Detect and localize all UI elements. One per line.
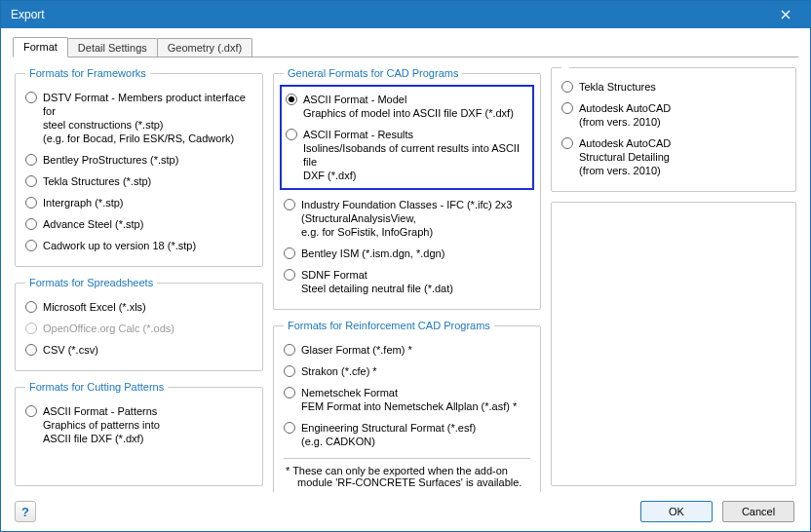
radio-icon xyxy=(25,154,37,166)
label: (from vers. 2010) xyxy=(579,164,671,177)
option-nemetschek[interactable]: Nemetschek Format FEM Format into Nemets… xyxy=(284,382,530,417)
label: Intergraph (*.stp) xyxy=(43,196,124,209)
group-direct-exports: Tekla Structures Autodesk AutoCAD (from … xyxy=(551,67,796,192)
note-line: module 'RF-CONCRETE Surfaces' is availab… xyxy=(286,476,521,488)
label: FEM Format into Nemetschek Allplan (*.as… xyxy=(301,399,517,413)
label: (e.g. CADKON) xyxy=(301,435,476,448)
option-esf[interactable]: Engineering Structural Format (*.esf) (e… xyxy=(284,417,530,452)
radio-icon xyxy=(25,405,37,417)
option-ifc[interactable]: Industry Foundation Classes - IFC (*.ifc… xyxy=(284,194,530,243)
label: Autodesk AutoCAD xyxy=(579,136,671,150)
legend-reinforcement: Formats for Reinforcement CAD Programs xyxy=(284,320,494,331)
label: Tekla Structures (*.stp) xyxy=(43,174,151,188)
option-tekla-stp[interactable]: Tekla Structures (*.stp) xyxy=(25,171,252,192)
label: Bentley ISM (*.ism.dgn, *.dgn) xyxy=(301,247,444,260)
radio-icon xyxy=(561,137,573,149)
label: ASCII Format - Patterns xyxy=(43,404,160,418)
label: ASCII file DXF (*.dxf) xyxy=(43,432,160,445)
radio-icon xyxy=(25,92,37,103)
radio-icon xyxy=(284,365,295,377)
radio-icon xyxy=(25,197,37,209)
option-autocad-structural[interactable]: Autodesk AutoCAD Structural Detailing (f… xyxy=(561,133,786,181)
radio-icon xyxy=(25,218,37,230)
option-strakon[interactable]: Strakon (*.cfe) * xyxy=(284,361,530,382)
group-reinforcement-cad: Formats for Reinforcement CAD Programs G… xyxy=(273,320,541,492)
label: Bentley ProStructures (*.stp) xyxy=(43,153,178,167)
legend-cutting: Formats for Cutting Patterns xyxy=(25,381,168,393)
radio-icon xyxy=(25,323,37,334)
option-glaser[interactable]: Glaser Format (*.fem) * xyxy=(284,339,530,361)
radio-icon xyxy=(284,269,295,281)
option-ascii-patterns[interactable]: ASCII Format - Patterns Graphics of patt… xyxy=(25,400,252,449)
label: DXF (*.dxf) xyxy=(303,169,528,182)
label: Graphics of patterns into xyxy=(43,418,160,432)
label: CSV (*.csv) xyxy=(43,343,98,357)
option-dstv[interactable]: DSTV Format - Members product interface … xyxy=(25,87,252,149)
label: (from vers. 2010) xyxy=(579,115,671,129)
option-bentley-prostructures[interactable]: Bentley ProStructures (*.stp) xyxy=(25,149,252,171)
option-bentley-ism[interactable]: Bentley ISM (*.ism.dgn, *.dgn) xyxy=(284,243,530,264)
option-excel[interactable]: Microsoft Excel (*.xls) xyxy=(25,296,252,318)
close-icon xyxy=(781,10,791,19)
label: Industry Foundation Classes - IFC (*.ifc… xyxy=(301,198,512,211)
label: Tekla Structures xyxy=(579,80,656,94)
option-advance-steel[interactable]: Advance Steel (*.stp) xyxy=(25,213,252,235)
label: (StructuralAnalysisView, xyxy=(301,211,512,225)
option-intergraph[interactable]: Intergraph (*.stp) xyxy=(25,192,252,213)
label: OK xyxy=(669,506,684,517)
reinforcement-note: * These can only be exported when the ad… xyxy=(284,458,530,488)
radio-icon xyxy=(284,247,295,259)
option-csv[interactable]: CSV (*.csv) xyxy=(25,339,252,361)
radio-icon xyxy=(284,387,295,399)
option-ascii-model[interactable]: ASCII Format - Model Graphics of model i… xyxy=(286,89,528,124)
radio-icon xyxy=(25,344,37,356)
label: Engineering Structural Format (*.esf) xyxy=(301,421,476,435)
option-sdnf[interactable]: SDNF Format Steel detailing neutral file… xyxy=(284,264,530,299)
label: ASCII Format - Results xyxy=(303,128,528,141)
radio-icon xyxy=(286,94,297,105)
empty-panel xyxy=(551,202,796,486)
left-column: Formats for Frameworks DSTV Format - Mem… xyxy=(15,67,263,486)
close-button[interactable] xyxy=(767,4,804,25)
cancel-button[interactable]: Cancel xyxy=(722,501,794,522)
legend-spreadsheets: Formats for Spreadsheets xyxy=(25,277,157,288)
ok-button[interactable]: OK xyxy=(640,501,713,522)
footer: ? OK Cancel xyxy=(1,492,810,531)
group-frameworks: Formats for Frameworks DSTV Format - Mem… xyxy=(15,67,263,267)
option-autocad[interactable]: Autodesk AutoCAD (from vers. 2010) xyxy=(561,97,786,133)
label: Microsoft Excel (*.xls) xyxy=(43,300,146,314)
help-button[interactable]: ? xyxy=(15,501,36,522)
label: Strakon (*.cfe) * xyxy=(301,364,377,378)
tab-format[interactable]: Format xyxy=(13,37,68,57)
label: Structural Detailing xyxy=(579,150,671,164)
label: DSTV Format - Members product interface … xyxy=(43,91,252,118)
option-tekla-direct[interactable]: Tekla Structures xyxy=(561,76,786,97)
right-column: Tekla Structures Autodesk AutoCAD (from … xyxy=(551,67,796,486)
label: Nemetschek Format xyxy=(301,386,517,399)
label: SDNF Format xyxy=(301,268,453,282)
radio-icon xyxy=(561,81,573,93)
tab-detail-settings[interactable]: Detail Settings xyxy=(67,38,158,57)
radio-icon xyxy=(25,301,37,313)
middle-column: General Formats for CAD Programs ASCII F… xyxy=(273,67,541,486)
note-line: * These can only be exported when the ad… xyxy=(286,465,508,476)
label: (e.g. for Bocad, Frilo ESK/RS, Cadwork) xyxy=(43,132,252,145)
radio-icon xyxy=(286,129,297,140)
label: Glaser Format (*.fem) * xyxy=(301,343,412,357)
option-openoffice: OpenOffice.org Calc (*.ods) xyxy=(25,318,252,339)
export-dialog: Export Format Detail Settings Geometry (… xyxy=(0,0,811,532)
label: Cadwork up to version 18 (*.stp) xyxy=(43,239,196,252)
tab-geometry-dxf[interactable]: Geometry (.dxf) xyxy=(157,38,252,57)
radio-icon xyxy=(25,175,37,187)
radio-icon xyxy=(25,240,37,251)
window-title: Export xyxy=(11,8,767,21)
radio-icon xyxy=(284,422,295,434)
label: Isolines/Isobands of current results int… xyxy=(303,141,528,169)
content-area: Formats for Frameworks DSTV Format - Mem… xyxy=(1,57,810,492)
titlebar: Export xyxy=(1,1,810,28)
option-cadwork[interactable]: Cadwork up to version 18 (*.stp) xyxy=(25,235,252,256)
group-cad-general: General Formats for CAD Programs ASCII F… xyxy=(273,67,541,310)
legend-frameworks: Formats for Frameworks xyxy=(25,67,150,79)
label: Advance Steel (*.stp) xyxy=(43,217,143,231)
option-ascii-results[interactable]: ASCII Format - Results Isolines/Isobands… xyxy=(286,124,528,186)
